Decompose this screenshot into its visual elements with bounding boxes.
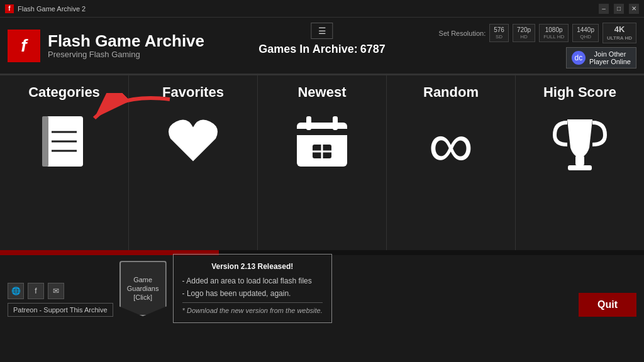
version-box: Version 2.13 Released! - Added an area t…: [173, 254, 332, 323]
highscore-label: High Score: [543, 84, 616, 101]
svg-rect-12: [575, 156, 584, 165]
maximize-button[interactable]: □: [614, 4, 624, 14]
discord-icon: dc: [572, 51, 586, 65]
discord-label: Join Other Player Online: [589, 50, 631, 65]
res-4k-button[interactable]: 4KULTRA HD: [602, 23, 636, 43]
res-576-button[interactable]: 576SD: [489, 24, 509, 42]
resolution-controls: Set Resolution: 576SD 720pHD 1080pFULL H…: [439, 23, 636, 43]
svg-rect-1: [42, 116, 48, 167]
app-title: Flash Game Archive: [48, 32, 204, 50]
res-1440p-button[interactable]: 1440pQHD: [572, 24, 599, 42]
resolution-label: Set Resolution:: [439, 30, 486, 37]
random-label: Random: [423, 84, 479, 101]
version-title: Version 2.13 Released!: [182, 261, 323, 273]
res-1080p-button[interactable]: 1080pFULL HD: [539, 24, 569, 42]
header-right: Set Resolution: 576SD 720pHD 1080pFULL H…: [439, 23, 636, 69]
social-icon-email[interactable]: ✉: [48, 283, 64, 299]
version-item-1: - Added an area to load local flash file…: [182, 275, 323, 287]
game-guardians-button[interactable]: Game Guardians [Click]: [119, 261, 167, 316]
header-title: Flash Game Archive Preserving Flash Gami…: [48, 32, 204, 60]
app-icon: f: [5, 4, 14, 13]
games-label: Games In Archive:: [258, 43, 357, 55]
games-number: 6787: [360, 43, 386, 55]
window-controls: – □ ✕: [599, 4, 639, 14]
title-bar: f Flash Game Archive 2 – □ ✕: [0, 0, 644, 18]
nav-card-favorites[interactable]: Favorites: [129, 75, 258, 250]
categories-label: Categories: [28, 84, 100, 101]
svg-rect-8: [333, 116, 338, 130]
header: f Flash Game Archive Preserving Flash Ga…: [0, 18, 644, 74]
version-note: * Download the new version from the webs…: [182, 302, 323, 317]
header-center: ☰ Games In Archive: 6787: [258, 23, 385, 56]
app-subtitle: Preserving Flash Gaming: [48, 50, 204, 59]
svg-rect-13: [568, 165, 592, 170]
footer: 🌐 f ✉ Patreon - Support This Archive Gam…: [0, 255, 644, 322]
title-bar-text: Flash Game Archive 2: [18, 5, 599, 13]
close-button[interactable]: ✕: [629, 4, 639, 14]
nav-grid: Categories Favorites Newest: [0, 74, 644, 250]
quit-button[interactable]: Quit: [579, 293, 636, 317]
res-720p-button[interactable]: 720pHD: [513, 24, 535, 42]
footer-left: 🌐 f ✉ Patreon - Support This Archive: [8, 260, 113, 317]
nav-card-random[interactable]: Random ∞: [387, 75, 516, 250]
nav-card-newest[interactable]: Newest: [258, 75, 387, 250]
game-guardians-line2: Guardians: [127, 284, 159, 293]
svg-rect-6: [297, 129, 347, 135]
footer-right: Quit: [338, 260, 636, 317]
social-icon-web[interactable]: 🌐: [8, 283, 24, 299]
svg-rect-7: [306, 116, 311, 130]
social-icons: 🌐 f ✉: [8, 283, 113, 299]
hamburger-button[interactable]: ☰: [311, 23, 333, 39]
nav-card-highscore[interactable]: High Score: [516, 75, 644, 250]
newest-icon: [294, 113, 350, 181]
highscore-icon: [552, 113, 608, 181]
favorites-label: Favorites: [162, 84, 224, 101]
flash-logo: f: [8, 30, 40, 62]
random-icon: ∞: [428, 113, 473, 176]
game-guardians-line3: [Click]: [133, 293, 152, 302]
game-guardians-line1: Game: [133, 275, 152, 284]
social-icon-facebook[interactable]: f: [28, 283, 44, 299]
minimize-button[interactable]: –: [599, 4, 609, 14]
footer-center: Game Guardians [Click] Version 2.13 Rele…: [119, 260, 332, 317]
patreon-button[interactable]: Patreon - Support This Archive: [8, 303, 113, 317]
header-left: f Flash Game Archive Preserving Flash Ga…: [8, 30, 204, 62]
categories-icon: [36, 113, 92, 184]
favorites-icon: [165, 113, 221, 178]
discord-button[interactable]: dc Join Other Player Online: [566, 47, 636, 69]
newest-label: Newest: [297, 84, 346, 101]
games-count: Games In Archive: 6787: [258, 43, 385, 56]
nav-card-categories[interactable]: Categories: [0, 75, 129, 250]
version-item-2: - Logo has been updated, again.: [182, 288, 323, 300]
